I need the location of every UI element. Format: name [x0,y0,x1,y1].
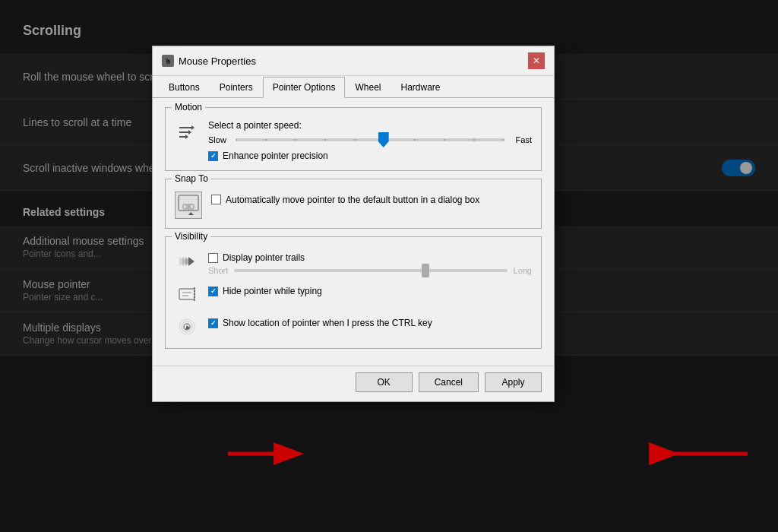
dialog-buttons: OK Cancel Apply [153,366,554,401]
short-label: Short [208,266,228,275]
visibility-section: Visibility [165,236,542,349]
trails-row: Display pointer trails Short Long [175,249,532,275]
show-ctrl-icon [175,315,199,339]
precision-label: Enhance pointer precision [223,150,328,161]
speed-slider-track[interactable] [236,138,504,141]
svg-marker-3 [188,130,191,135]
slider-dots [236,139,504,141]
hide-typing-checkbox[interactable]: ✓ [208,287,218,296]
motion-icon [175,120,199,144]
arrow-to-apply [649,439,755,469]
precision-checkbox-row[interactable]: ✓ Enhance pointer precision [208,150,532,161]
svg-rect-14 [179,289,194,299]
apply-button[interactable]: Apply [485,372,542,392]
snapto-checkbox-label: Automatically move pointer to the defaul… [226,195,479,205]
show-ctrl-checkbox-row[interactable]: ✓ Show location of pointer when I press … [208,318,432,328]
speed-slider-row: Slow Fast [208,135,532,144]
snapto-icon: OK [175,192,202,219]
visibility-inner: Display pointer trails Short Long [175,249,532,339]
dialog-title-text: Mouse Properties [179,55,256,67]
svg-text:OK: OK [185,204,191,209]
tab-buttons[interactable]: Buttons [159,77,210,98]
trails-slider-thumb[interactable] [422,264,429,277]
fast-label: Fast [511,135,532,144]
snapto-checkbox[interactable] [211,195,221,204]
snapto-section: Snap To OK Automatically move pointer to [165,179,542,229]
cancel-button[interactable]: Cancel [419,372,479,392]
hide-typing-row: ✓ Hide pointer while typing [175,283,532,307]
mouse-properties-dialog: 🖱 Mouse Properties ✕ Buttons Pointers Po… [152,46,555,402]
show-ctrl-row: ✓ Show location of pointer when I press … [175,315,532,339]
tab-pointer-options[interactable]: Pointer Options [263,77,346,98]
motion-row: Select a pointer speed: Slow [175,120,532,161]
ok-button[interactable]: OK [356,372,413,392]
dialog-title-left: 🖱 Mouse Properties [162,55,256,67]
trails-slider-track[interactable] [234,269,507,272]
show-ctrl-check-mark: ✓ [210,319,217,327]
dialog-content: Motion S [153,98,554,366]
show-ctrl-label: Show location of pointer when I press th… [223,318,432,328]
trails-controls: Display pointer trails Short Long [208,249,532,275]
trails-checkbox[interactable] [208,253,218,263]
long-label: Long [514,266,532,275]
dialog-titlebar: 🖱 Mouse Properties ✕ [153,46,554,76]
trails-checkbox-row[interactable]: Display pointer trails [208,252,532,263]
dialog-tabs: Buttons Pointers Pointer Options Wheel H… [153,76,554,98]
hide-typing-checkbox-row[interactable]: ✓ Hide pointer while typing [208,286,322,296]
motion-label: Motion [172,102,205,112]
show-ctrl-checkbox[interactable]: ✓ [208,318,218,328]
svg-marker-13 [188,257,194,266]
motion-inner: Select a pointer speed: Slow [175,120,532,161]
svg-marker-9 [188,212,194,215]
tab-pointers[interactable]: Pointers [210,77,263,98]
hide-typing-icon [175,283,199,307]
visibility-label: Visibility [172,231,210,242]
slow-label: Slow [208,135,229,144]
tab-wheel[interactable]: Wheel [345,77,391,98]
snapto-label: Snap To [172,173,211,184]
dialog-close-button[interactable]: ✕ [528,52,545,69]
svg-marker-1 [191,125,194,130]
svg-marker-5 [185,135,188,139]
hide-typing-check-mark: ✓ [210,287,217,295]
speed-slider-thumb[interactable] [378,132,389,147]
snapto-checkbox-row[interactable]: Automatically move pointer to the defaul… [211,195,479,205]
trails-icon [175,249,199,274]
motion-controls: Select a pointer speed: Slow [208,120,532,161]
tab-hardware[interactable]: Hardware [391,77,450,98]
motion-section: Motion S [165,107,542,171]
hide-typing-label: Hide pointer while typing [223,286,322,296]
precision-check-mark: ✓ [210,152,217,160]
snapto-row: OK Automatically move pointer to the def… [175,192,532,219]
snapto-inner: OK Automatically move pointer to the def… [175,192,532,219]
precision-checkbox[interactable]: ✓ [208,151,218,161]
arrow-to-ok [220,439,312,469]
mouse-icon: 🖱 [162,55,174,67]
pointer-speed-label: Select a pointer speed: [208,120,532,131]
trails-slider-row: Short Long [208,266,532,275]
trails-label: Display pointer trails [223,252,305,263]
